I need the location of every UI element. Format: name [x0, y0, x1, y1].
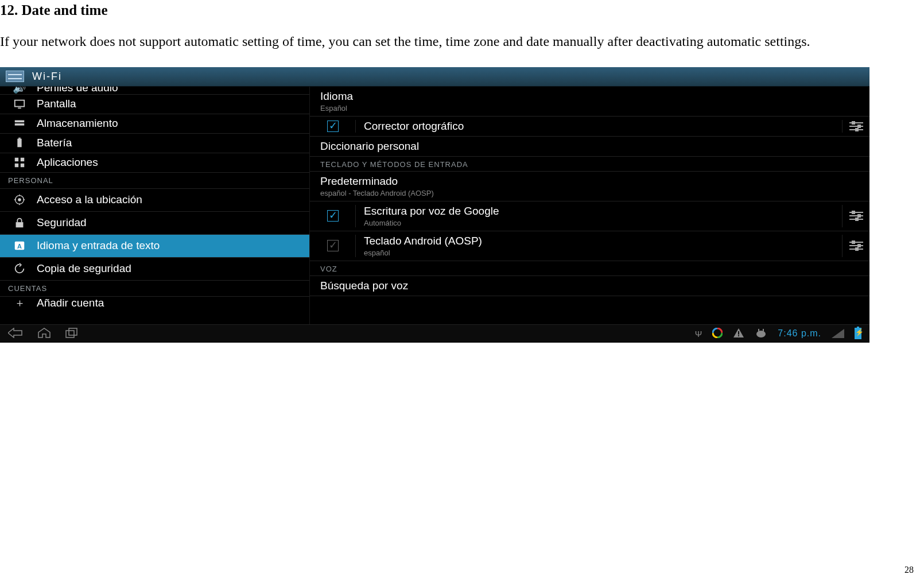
sidebar-section-accounts: CUENTAS [0, 281, 309, 297]
home-icon[interactable] [38, 328, 51, 340]
android-debug-icon [755, 328, 767, 339]
android-settings-screenshot: Wi-Fi 🔊 Perfiles de audio Pantalla Almac… [0, 67, 869, 343]
sliders-icon [849, 209, 863, 222]
sliders-icon [849, 120, 863, 133]
back-icon[interactable] [8, 328, 23, 340]
window-titlebar: Wi-Fi [0, 67, 869, 87]
checkbox-checked-icon[interactable] [327, 210, 339, 222]
audio-icon: 🔊 [11, 87, 28, 94]
checkbox-unchecked-icon[interactable] [327, 240, 339, 251]
sidebar-item-audio-profiles[interactable]: 🔊 Perfiles de audio [0, 87, 309, 95]
section-heading: 12. Date and time [0, 2, 924, 18]
settings-sliders-button[interactable] [842, 235, 869, 257]
svg-point-20 [756, 331, 766, 337]
svg-rect-7 [21, 158, 24, 161]
lock-icon [11, 216, 28, 229]
sliders-icon [849, 239, 863, 252]
svg-rect-18 [738, 331, 739, 335]
svg-rect-22 [763, 329, 764, 331]
section-keyboard-methods: TECLADO Y MÉTODOS DE ENTRADA [310, 157, 869, 172]
setting-aosp-keyboard[interactable]: Teclado Android (AOSP) español [310, 231, 869, 261]
svg-rect-19 [738, 335, 739, 336]
sidebar-item-display[interactable]: Pantalla [0, 95, 309, 114]
svg-point-10 [18, 199, 21, 202]
plus-icon: ＋ [11, 297, 28, 309]
warning-icon [733, 328, 744, 340]
sidebar-item-battery[interactable]: Batería [0, 134, 309, 153]
sidebar-item-language-input[interactable]: A Idioma y entrada de texto [0, 235, 309, 258]
svg-rect-21 [758, 329, 759, 331]
system-navbar: Ψ 7:46 p.m. [0, 324, 869, 343]
sidebar-item-storage[interactable]: Almacenamiento [0, 114, 309, 134]
sidebar-item-security[interactable]: Seguridad [0, 212, 309, 235]
svg-rect-15 [66, 331, 74, 337]
svg-rect-1 [18, 108, 21, 109]
battery-icon [11, 137, 28, 149]
setting-spell-checker[interactable]: Corrector ortográfico [310, 117, 869, 137]
settings-icon [6, 71, 24, 82]
backup-icon [11, 262, 28, 275]
setting-default-keyboard[interactable]: Predeterminado español - Teclado Android… [310, 172, 869, 201]
status-clock: 7:46 p.m. [778, 328, 821, 339]
battery-charging-icon [855, 328, 861, 339]
window-title: Wi-Fi [32, 71, 62, 83]
usb-icon: Ψ [695, 329, 702, 339]
svg-rect-16 [69, 328, 77, 335]
svg-rect-12 [16, 222, 24, 227]
settings-detail-pane: Idioma Español Corrector ortográfico Dic… [310, 87, 869, 324]
svg-rect-0 [15, 100, 25, 107]
checkbox-checked-icon[interactable] [327, 121, 339, 132]
setting-personal-dictionary[interactable]: Diccionario personal [310, 137, 869, 157]
svg-rect-2 [15, 121, 25, 123]
location-icon [11, 193, 28, 206]
svg-text:A: A [17, 243, 22, 250]
recent-apps-icon[interactable] [65, 328, 79, 340]
sidebar-item-add-account[interactable]: ＋ Añadir cuenta [0, 297, 309, 309]
setting-language[interactable]: Idioma Español [310, 87, 869, 117]
svg-rect-9 [21, 164, 24, 167]
sidebar-section-personal: PERSONAL [0, 173, 309, 189]
page-number: 28 [904, 565, 914, 575]
section-paragraph: If your network does not support automat… [0, 26, 924, 57]
svg-rect-3 [15, 123, 25, 126]
setting-voice-search[interactable]: Búsqueda por voz [310, 276, 869, 296]
sidebar-item-location[interactable]: Acceso a la ubicación [0, 189, 309, 212]
storage-icon [11, 117, 28, 130]
svg-rect-8 [15, 164, 18, 167]
settings-sliders-button[interactable] [842, 205, 869, 227]
section-voice: VOZ [310, 261, 869, 276]
language-icon: A [11, 239, 28, 252]
sidebar-item-apps[interactable]: Aplicaciones [0, 153, 309, 173]
apps-icon [11, 156, 28, 169]
setting-google-voice-typing[interactable]: Escritura por voz de Google Automático [310, 201, 869, 231]
sync-icon [712, 328, 723, 340]
settings-sliders-button[interactable] [842, 120, 869, 133]
sidebar-item-backup[interactable]: Copia de seguridad [0, 258, 309, 281]
display-icon [11, 98, 28, 110]
svg-rect-6 [15, 158, 18, 161]
svg-rect-4 [17, 139, 21, 148]
signal-icon [832, 329, 844, 338]
settings-sidebar: 🔊 Perfiles de audio Pantalla Almacenamie… [0, 87, 310, 324]
svg-rect-5 [18, 138, 21, 139]
